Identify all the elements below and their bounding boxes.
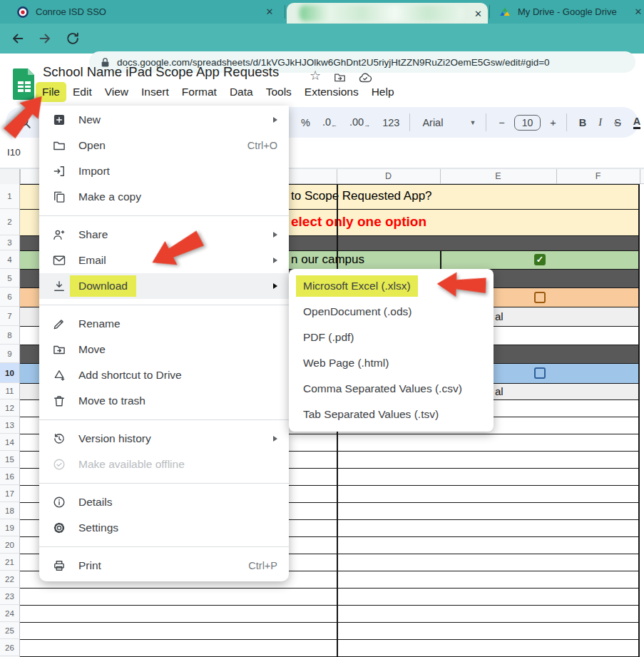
row-header-15[interactable]: 15	[0, 451, 20, 468]
column-header-F[interactable]: F	[556, 169, 640, 184]
submenu-item-opendocument-ods[interactable]: OpenDocument (.ods)	[289, 299, 494, 325]
row-header-14[interactable]: 14	[0, 434, 20, 451]
tab-active-blurred[interactable]: ✕	[287, 3, 488, 24]
menu-item-new[interactable]: New	[39, 107, 289, 133]
submenu-item-pdf-pdf[interactable]: PDF (.pdf)	[289, 325, 494, 350]
menu-item-version-history[interactable]: Version history	[39, 426, 289, 452]
tab-conroe-isd-sso[interactable]: Conroe ISD SSO ✕	[7, 0, 282, 24]
row-header-10[interactable]: 10	[0, 363, 20, 383]
submenu-item-web-page-html[interactable]: Web Page (.html)	[289, 350, 494, 376]
row-header-23[interactable]: 23	[0, 588, 20, 605]
bold-button[interactable]: B	[579, 117, 586, 128]
column-header-D[interactable]: D	[337, 169, 440, 184]
tab-close-icon[interactable]: ✕	[264, 6, 275, 17]
reload-icon[interactable]	[65, 31, 81, 46]
import-icon	[52, 164, 66, 178]
decrease-font-size-button[interactable]: −	[499, 117, 504, 128]
row-header-20[interactable]: 20	[0, 536, 20, 554]
menubar-item-insert[interactable]: Insert	[135, 82, 175, 102]
row-header-6[interactable]: 6	[0, 287, 20, 307]
checkbox-unchecked[interactable]	[534, 292, 546, 303]
menu-item-label: Add shortcut to Drive	[78, 369, 182, 382]
menubar-item-data[interactable]: Data	[223, 82, 260, 102]
google-drive-favicon	[499, 6, 511, 18]
column-header-divider	[20, 169, 21, 184]
menu-item-move[interactable]: Move	[39, 337, 289, 362]
gear-icon	[52, 521, 66, 535]
checkbox-unchecked[interactable]	[534, 367, 546, 379]
new-document-icon	[52, 113, 66, 127]
row-header-22[interactable]: 22	[0, 571, 20, 588]
star-icon[interactable]: ☆	[310, 68, 321, 83]
menu-item-download[interactable]: Download	[39, 273, 289, 299]
number-format-button[interactable]: 123	[382, 117, 399, 128]
menubar-item-format[interactable]: Format	[175, 82, 223, 102]
sheet-row-26[interactable]	[20, 640, 640, 657]
menubar-item-extensions[interactable]: Extensions	[298, 82, 365, 102]
select-all-corner[interactable]	[0, 169, 20, 184]
menu-item-make-a-copy[interactable]: Make a copy	[39, 184, 289, 210]
row-header-9[interactable]: 9	[0, 345, 20, 363]
submenu-item-comma-separated-values-csv[interactable]: Comma Separated Values (.csv)	[289, 376, 494, 402]
row-header-2[interactable]: 2	[0, 209, 20, 235]
increase-font-size-button[interactable]: +	[550, 117, 556, 128]
submenu-item-tab-separated-values-tsv[interactable]: Tab Separated Values (.tsv)	[289, 402, 494, 427]
menubar-item-edit[interactable]: Edit	[66, 82, 98, 102]
sheet-row-23[interactable]	[20, 589, 640, 606]
row-header-5[interactable]: 5	[0, 269, 20, 287]
row-header-19[interactable]: 19	[0, 519, 20, 536]
row-header-21[interactable]: 21	[0, 554, 20, 571]
menu-item-open[interactable]: OpenCtrl+O	[39, 133, 289, 158]
menu-item-add-shortcut-to-drive[interactable]: Add shortcut to Drive	[39, 362, 289, 388]
row-header-17[interactable]: 17	[0, 485, 20, 502]
tab-my-drive[interactable]: My Drive - Google Drive ✕	[492, 0, 644, 24]
back-icon[interactable]	[10, 31, 26, 46]
row-header-7[interactable]: 7	[0, 307, 20, 326]
sheet-row-25[interactable]	[20, 623, 640, 640]
percent-format-button[interactable]: %	[301, 117, 310, 128]
row-header-3[interactable]: 3	[0, 235, 20, 250]
offline-check-icon	[52, 457, 66, 472]
text-color-button[interactable]: A	[633, 116, 640, 129]
menubar-item-help[interactable]: Help	[365, 82, 401, 102]
menu-item-settings[interactable]: Settings	[39, 515, 289, 541]
menu-item-print[interactable]: PrintCtrl+P	[39, 553, 289, 579]
row-header-16[interactable]: 16	[0, 468, 20, 485]
row-header-18[interactable]: 18	[0, 502, 20, 519]
increase-decimal-button[interactable]: .00→	[349, 116, 370, 128]
menu-item-move-to-trash[interactable]: Move to trash	[39, 388, 289, 414]
menu-item-label: Make a copy	[78, 190, 141, 203]
font-dropdown-arrow-icon[interactable]: ▼	[469, 119, 476, 126]
menu-item-make-available-offline[interactable]: Make available offline	[39, 452, 289, 477]
menu-item-rename[interactable]: Rename	[39, 311, 289, 337]
row-header-26[interactable]: 26	[0, 639, 20, 656]
menubar-item-tools[interactable]: Tools	[260, 82, 298, 102]
name-box[interactable]: I10	[7, 147, 21, 158]
row-header-11[interactable]: 11	[0, 383, 20, 399]
submenu-item-label: OpenDocument (.ods)	[303, 305, 412, 318]
menu-item-import[interactable]: Import	[39, 158, 289, 184]
row-header-8[interactable]: 8	[0, 326, 20, 345]
strikethrough-button[interactable]: S	[614, 117, 621, 128]
sheet-row-24[interactable]	[20, 606, 640, 623]
row-header-25[interactable]: 25	[0, 622, 20, 639]
font-size-input[interactable]: 10	[514, 115, 541, 131]
row-header-1[interactable]: 1	[0, 184, 20, 209]
tab-close-icon[interactable]: ✕	[474, 9, 482, 19]
menu-item-details[interactable]: Details	[39, 489, 289, 515]
row-header-4[interactable]: 4	[0, 250, 20, 269]
forward-icon[interactable]	[37, 31, 53, 46]
menu-item-label: New	[78, 113, 101, 126]
checkbox-checked[interactable]: ✓	[534, 254, 546, 265]
font-family-select[interactable]: Arial	[422, 117, 466, 128]
column-header-E[interactable]: E	[440, 169, 556, 184]
document-title[interactable]: School Name iPad Scope App Requests	[43, 64, 279, 80]
row-header-13[interactable]: 13	[0, 417, 20, 434]
menubar-item-view[interactable]: View	[98, 82, 135, 102]
info-icon	[52, 495, 66, 509]
row-header-12[interactable]: 12	[0, 399, 20, 417]
italic-button[interactable]: I	[598, 116, 602, 128]
decrease-decimal-button[interactable]: .0←	[322, 116, 337, 128]
row-header-24[interactable]: 24	[0, 605, 20, 622]
tab-close-icon[interactable]: ✕	[633, 6, 644, 17]
